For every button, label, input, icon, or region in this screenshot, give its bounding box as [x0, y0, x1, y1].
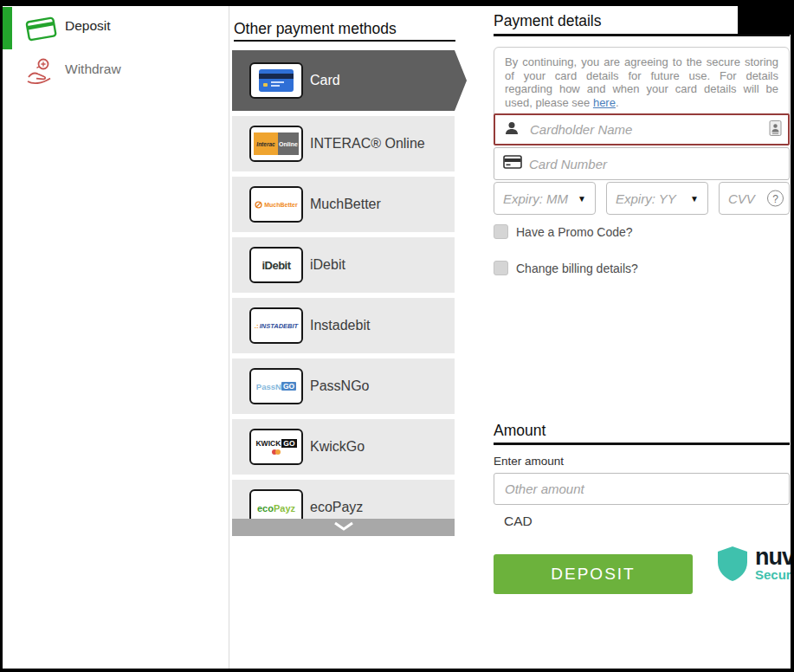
sidebar-item-withdraw[interactable]: Withdraw [3, 50, 228, 94]
window-border-left [0, 0, 3, 672]
muchbetter-logo: MuchBetter [249, 186, 303, 223]
notice-here-link[interactable]: here [593, 96, 616, 109]
methods-title-underline [234, 40, 455, 42]
shield-icon [717, 546, 748, 585]
card-number-field [494, 147, 790, 180]
card-logo [249, 62, 303, 99]
secured-tagline: Secured [755, 568, 794, 582]
method-label: Instadebit [310, 318, 370, 333]
billing-details-checkbox[interactable] [494, 261, 508, 275]
method-interac-online[interactable]: Interac Online INTERAC® Online [232, 116, 455, 171]
sidebar-item-label: Withdraw [65, 61, 121, 77]
cardholder-name-input[interactable] [495, 115, 788, 144]
card-number-input[interactable] [494, 148, 789, 179]
scroll-down-indicator[interactable] [232, 519, 455, 536]
dropdown-caret-icon: ▼ [578, 194, 586, 204]
promo-code-checkbox[interactable] [494, 224, 508, 239]
expiry-year-select[interactable]: Expiry: YY ▼ [606, 182, 708, 215]
promo-code-checkbox-row[interactable]: Have a Promo Code? [494, 224, 633, 239]
currency-label: CAD [504, 514, 533, 529]
window-border-right [791, 0, 794, 672]
nuvei-secured-badge: nuvei Secured [717, 546, 794, 585]
payment-details-title: Payment details [494, 12, 602, 30]
dropdown-caret-icon: ▼ [690, 194, 699, 204]
method-idebit[interactable]: iDebit iDebit [232, 237, 455, 293]
amount-field [494, 473, 790, 505]
cardholder-name-field [494, 113, 790, 145]
interac-online-logo: Interac Online [249, 126, 303, 162]
window-border-bottom [0, 669, 794, 672]
nuvei-wordmark: nuvei [755, 546, 794, 568]
method-label: MuchBetter [310, 197, 381, 212]
method-passngo[interactable]: PassN GO PassNGo [232, 359, 455, 414]
enter-amount-label: Enter amount [494, 455, 564, 468]
method-label: KwickGo [310, 439, 365, 455]
cvv-field: ? [719, 182, 790, 215]
autofill-contact-icon[interactable] [769, 120, 782, 139]
amount-input[interactable] [494, 474, 789, 504]
sidebar-item-deposit[interactable]: Deposit [3, 7, 228, 50]
card-brand-dots [272, 449, 281, 455]
method-label: INTERAC® Online [310, 136, 425, 152]
method-kwickgo[interactable]: KWICK GO KwickGo [232, 419, 455, 475]
chevron-down-icon [332, 520, 355, 535]
method-label: ecoPayz [310, 500, 363, 515]
method-label: Card [310, 73, 340, 88]
method-card[interactable]: Card [232, 50, 467, 111]
method-muchbetter[interactable]: MuchBetter MuchBetter [232, 177, 455, 232]
billing-details-checkbox-row[interactable]: Change billing details? [494, 261, 638, 275]
methods-title: Other payment methods [234, 20, 397, 38]
expiry-month-select[interactable]: Expiry: MM ▼ [494, 182, 596, 215]
idebit-logo: iDebit [249, 247, 303, 283]
kwickgo-logo: KWICK GO [249, 429, 303, 465]
window-border-top [0, 0, 794, 6]
method-instadebit[interactable]: .: INSTADEBIT Instadebit [232, 298, 455, 353]
withdraw-hand-icon [24, 55, 57, 92]
amount-title: Amount [494, 422, 545, 440]
amount-title-underline [494, 443, 790, 445]
instadebit-logo: .: INSTADEBIT [249, 307, 303, 344]
person-icon [504, 120, 520, 139]
credit-card-icon [503, 155, 522, 173]
deposit-page: Deposit Withdraw Other payment methods C… [0, 0, 794, 672]
column-divider [229, 6, 229, 669]
passngo-logo: PassN GO [249, 368, 303, 404]
secure-storage-notice: By continuing, you are agreeing to the s… [494, 47, 790, 118]
method-label: PassNGo [310, 378, 369, 394]
active-indicator [3, 7, 12, 49]
deposit-button[interactable]: DEPOSIT [494, 554, 693, 594]
method-label: iDebit [310, 257, 345, 273]
deposit-card-icon [24, 12, 57, 48]
cvv-help-icon[interactable]: ? [767, 191, 784, 207]
sidebar-item-label: Deposit [65, 18, 111, 34]
